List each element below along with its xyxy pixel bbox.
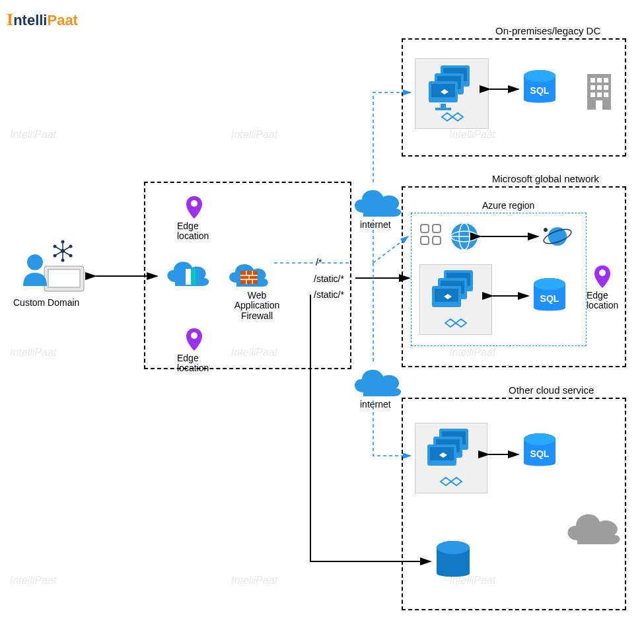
connectors bbox=[0, 0, 644, 644]
svg-line-86 bbox=[373, 236, 408, 263]
